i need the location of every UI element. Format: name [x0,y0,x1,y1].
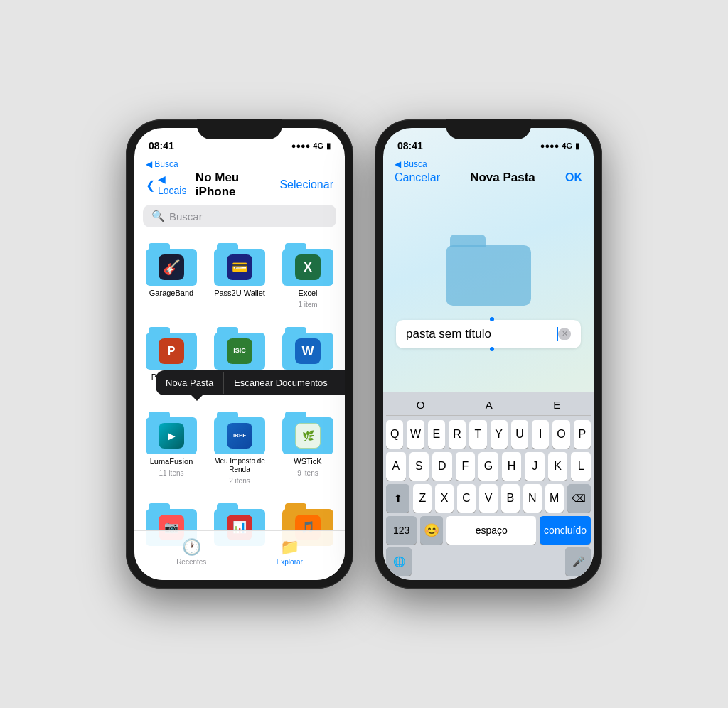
key-v[interactable]: V [479,484,498,513]
list-item[interactable]: X Excel 1 item [274,236,342,320]
search-placeholder: Buscar [169,210,203,222]
list-item[interactable]: IRPF Meu Imposto de Renda 2 itens [205,404,274,496]
folder-name-input[interactable]: pasta sem título [406,327,556,341]
file-name: Meu Imposto de Renda [208,457,271,474]
key-d[interactable]: D [432,452,452,481]
right-screen: 08:41 ●●●● 4G ▮ ◀ Busca Cancelar Nova Pa… [383,128,594,580]
file-count: 9 itens [297,469,318,477]
key-r[interactable]: R [449,420,466,449]
keyboard-suggestions: O A E [386,396,591,416]
list-item[interactable]: ▶ LumaFusion 11 itens [137,404,205,496]
battery-left: ▮ [326,141,331,151]
cursor-dot-top [490,317,494,321]
key-e[interactable]: E [428,420,445,449]
signal-icon-left: ●●●● [291,141,311,150]
key-f[interactable]: F [456,452,476,481]
key-u[interactable]: U [511,420,528,449]
nav-action-left[interactable]: Selecionar [279,178,333,191]
key-k[interactable]: K [548,452,568,481]
keyboard: O A E Q W E R T Y U I O [383,392,594,580]
clear-button[interactable]: ✕ [558,328,571,340]
mic-key[interactable]: 🎤 [565,547,591,576]
space-key[interactable]: espaço [446,516,536,545]
list-item[interactable]: 🌿 WSTicK 9 itens [274,404,342,496]
big-folder-icon [446,235,531,306]
battery-right: ▮ [575,141,579,151]
key-c[interactable]: C [457,484,476,513]
backspace-key[interactable]: ⌫ [567,484,591,513]
key-w[interactable]: W [407,420,424,449]
key-p[interactable]: P [574,420,591,449]
list-item[interactable]: 🎸 GarageBand [137,236,205,320]
search-bar-left[interactable]: 🔍 Buscar [143,205,336,227]
tab-explorar-label: Explorar [277,558,303,566]
key-q[interactable]: Q [386,420,403,449]
signal-icon-right: ●●●● [540,141,560,150]
key-s[interactable]: S [410,452,429,481]
keyboard-row-3: ⬆ Z X C V B N M ⌫ [386,484,591,513]
key-i[interactable]: I [532,420,549,449]
key-j[interactable]: J [525,452,545,481]
right-phone: 08:41 ●●●● 4G ▮ ◀ Busca Cancelar Nova Pa… [375,119,602,589]
left-phone: 08:41 ●●●● 4G ▮ ◀ Busca ❮ ◀ Locais No Me… [126,119,353,589]
file-name: LumaFusion [150,457,193,466]
spacer [415,547,562,576]
folder-powerpoint: P [146,327,197,370]
tab-bar-left: 🕐 Recentes 📁 Explorar [134,530,345,580]
name-input-container[interactable]: pasta sem título ✕ [396,320,581,348]
key-x[interactable]: X [435,484,454,513]
key-b[interactable]: B [501,484,520,513]
suggest-a[interactable]: A [486,399,493,411]
numbers-key[interactable]: 123 [386,516,417,545]
context-menu-escanear[interactable]: Escanear Documentos [224,370,338,395]
folder-excel: X [282,243,333,286]
key-a[interactable]: A [386,452,406,481]
nav-back-left[interactable]: ❮ ◀ Locais [146,173,196,196]
key-m[interactable]: M [545,484,564,513]
phones-container: 08:41 ●●●● 4G ▮ ◀ Busca ❮ ◀ Locais No Me… [126,119,602,589]
key-y[interactable]: Y [491,420,508,449]
done-key[interactable]: concluído [540,516,591,545]
tab-recentes[interactable]: 🕐 Recentes [176,538,206,566]
folder-irpf: IRPF [214,412,265,454]
cancel-button[interactable]: Cancelar [395,171,440,184]
nav-title-left: No Meu iPhone [196,171,280,199]
context-menu-informacoes[interactable]: Informações [338,370,345,395]
busca-back[interactable]: ◀ Busca [134,159,345,171]
folder-garageband: 🎸 [146,243,197,286]
keyboard-row-5: 🌐 🎤 [386,547,591,576]
folder-lumafusion: ▶ [146,412,197,454]
key-t[interactable]: T [469,420,486,449]
list-item[interactable]: 💳 Pass2U Wallet [205,236,274,320]
key-g[interactable]: G [478,452,498,481]
context-menu-nova-pasta[interactable]: Nova Pasta [156,370,223,395]
key-z[interactable]: Z [413,484,432,513]
ok-button[interactable]: OK [565,171,582,184]
clock-icon: 🕐 [182,538,201,557]
cursor-dot-bottom [490,347,494,351]
shift-key[interactable]: ⬆ [386,484,410,513]
file-count: 2 itens [229,477,250,485]
folder-preview-area: pasta sem título ✕ [383,191,594,392]
notch-left [197,119,282,139]
name-input-wrapper: pasta sem título ✕ [396,320,581,348]
nav-title-right: Nova Pasta [470,171,535,185]
key-n[interactable]: N [523,484,542,513]
nav-bar-left: ❮ ◀ Locais No Meu iPhone Selecionar [134,171,345,205]
keyboard-row-1: Q W E R T Y U I O P [386,420,591,449]
tab-explorar[interactable]: 📁 Explorar [277,538,303,566]
globe-key[interactable]: 🌐 [386,547,412,576]
keyboard-row-2: A S D F G H J K L [386,452,591,481]
suggest-o[interactable]: O [417,399,425,411]
key-h[interactable]: H [502,452,522,481]
time-left: 08:41 [149,140,174,151]
time-right: 08:41 [397,140,423,151]
folder-wstick: 🌿 [282,412,333,454]
key-o[interactable]: O [552,420,569,449]
busca-back-right[interactable]: ◀ Busca [383,159,594,171]
file-name: WSTicK [294,457,321,466]
emoji-key[interactable]: 😊 [420,516,443,545]
folder-icon-tab: 📁 [280,538,299,557]
suggest-e[interactable]: E [553,399,560,411]
key-l[interactable]: L [571,452,591,481]
